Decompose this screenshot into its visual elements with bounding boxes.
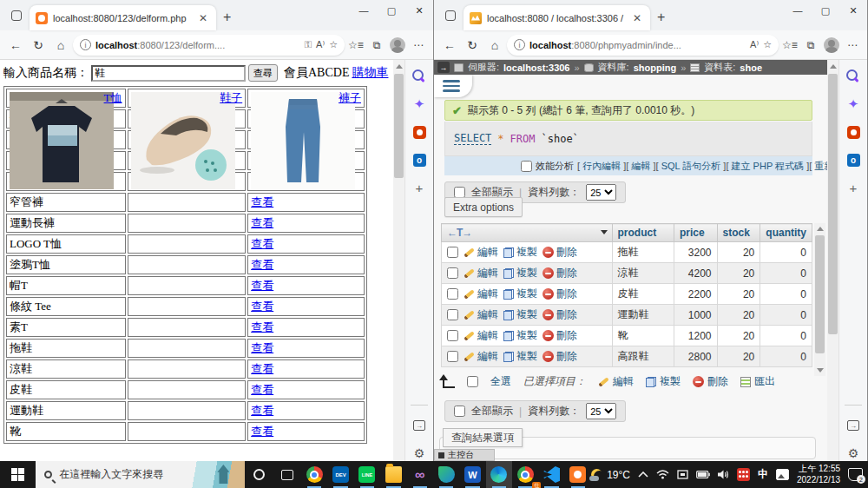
row-delete-link[interactable]: 刪除 [542,266,577,280]
row-delete-link[interactable]: 刪除 [542,307,577,322]
search-icon[interactable] [411,69,427,84]
home-button[interactable]: ⌂ [50,35,71,56]
view-link[interactable]: 查看 [251,195,273,208]
row-checkbox[interactable] [447,288,458,300]
taskbar-dev-app[interactable]: DEV [327,461,353,488]
row-edit-link[interactable]: 編輯 [464,307,498,322]
add-sidebar-icon[interactable]: + [845,180,861,195]
bulk-edit-link[interactable]: 編輯 [598,374,634,389]
more-menu-icon[interactable]: ⋯ [409,36,428,55]
cortana-button[interactable] [245,461,273,488]
profiling-link[interactable]: 重新整理 [809,161,827,171]
row-delete-link[interactable]: 刪除 [542,349,577,364]
view-link[interactable]: 查看 [251,425,273,438]
row-checkbox[interactable] [447,309,458,320]
site-info-icon[interactable]: i [80,39,91,50]
copilot-sparkle-icon[interactable]: ✦ [845,96,861,112]
maximize-button[interactable]: ▢ [378,0,405,21]
taskbar-word[interactable]: W [459,461,485,488]
row-checkbox[interactable] [447,267,458,279]
view-link[interactable]: 查看 [251,341,273,354]
notification-center-icon[interactable]: 2 [848,468,863,481]
read-aloud-icon[interactable]: A⁾ [316,39,325,50]
breadcrumb-table[interactable]: shoe [740,63,762,73]
search-icon[interactable] [845,69,861,84]
breadcrumb-server[interactable]: localhost:3306 [503,63,569,73]
row-copy-link[interactable]: 複製 [503,245,537,260]
view-link[interactable]: 查看 [251,362,273,375]
weather-widget[interactable]: 19°C [591,469,630,481]
row-copy-link[interactable]: 複製 [503,287,537,301]
rows-count-select[interactable]: 25 [586,403,616,419]
profiling-link[interactable]: 編輯 [626,161,655,171]
taskbar-file-explorer[interactable] [380,461,406,488]
view-link[interactable]: 查看 [251,237,273,250]
add-sidebar-icon[interactable]: + [411,180,427,195]
close-button[interactable]: ✕ [405,0,433,21]
col-header-quantity[interactable]: quantity [760,224,812,242]
settings-gear-icon[interactable]: ⚙ [411,445,427,461]
row-delete-link[interactable]: 刪除 [542,328,577,343]
tab-close-icon[interactable]: ✕ [630,12,644,24]
volume-icon[interactable] [718,470,729,479]
taskbar-chrome[interactable] [301,461,327,488]
collections-icon[interactable]: ⧉ [367,36,386,55]
rows-count-select[interactable]: 25 [586,184,616,201]
close-button[interactable]: ✕ [839,0,867,21]
extra-options-button[interactable]: Extra options [444,197,523,217]
read-aloud-icon[interactable]: A⁾ [750,39,759,50]
sort-control[interactable]: ←T→ [447,227,471,239]
row-copy-link[interactable]: 複製 [503,349,537,364]
view-link[interactable]: 查看 [251,258,273,271]
more-menu-icon[interactable]: ⋯ [843,36,862,55]
search-highlight-art[interactable] [191,461,245,488]
photos-tray-icon[interactable] [776,469,789,480]
copilot-sparkle-icon[interactable]: ✦ [411,96,427,112]
shoe-link[interactable]: 鞋子 [220,91,242,104]
scroll-thumb[interactable] [828,74,838,334]
scroll-thumb[interactable] [394,74,404,178]
bulk-copy-link[interactable]: 複製 [646,374,681,389]
favorites-bar-icon[interactable]: ☆≡ [780,36,799,55]
refresh-button[interactable]: ↻ [28,35,49,56]
scroll-up-icon[interactable] [396,64,403,69]
col-header-price[interactable]: price [674,224,717,242]
view-link[interactable]: 查看 [251,300,273,313]
site-info-icon[interactable]: i [514,39,525,50]
minimize-button[interactable]: — [350,0,378,21]
profiling-link[interactable]: SQL 語句分析 [656,161,727,171]
check-all-checkbox[interactable] [467,376,478,387]
open-panel-icon[interactable]: → [411,418,427,433]
taskbar-line[interactable]: LINE [354,461,380,488]
scroll-up-icon[interactable] [817,227,824,231]
password-icon[interactable]: ⚿ [305,39,312,50]
check-all-link[interactable]: 全選 [490,374,511,389]
office-icon[interactable] [411,124,427,140]
taskbar-search[interactable]: 在這裡輸入文字來搜尋 [36,461,245,488]
right-browser-tab[interactable]: localhost:8080 / localhost:3306 / ✕ [464,5,650,30]
left-page-scrollbar[interactable] [393,60,404,461]
taskbar-leaf-app[interactable] [433,461,459,488]
profiling-checkbox[interactable] [521,161,532,172]
row-checkbox[interactable] [447,247,458,258]
favorite-star-icon[interactable]: ☆ [763,39,772,50]
right-page-scrollbar[interactable] [827,60,838,461]
taskbar-vscode[interactable] [538,461,564,488]
wifi-icon[interactable] [656,470,669,479]
taskbar-clock[interactable]: 上午 12:55 2022/12/13 [797,464,840,485]
tab-actions-icon[interactable] [5,4,28,27]
refresh-button[interactable]: ↻ [462,35,483,56]
product-search-input[interactable] [91,65,246,82]
collections-icon[interactable]: ⧉ [801,36,820,55]
query-results-options[interactable]: 查詢結果選項 [443,428,523,447]
settings-gear-icon[interactable]: ⚙ [845,445,861,461]
tray-expand-chevron-icon[interactable] [638,472,648,478]
scroll-down-icon[interactable] [817,368,824,373]
messaging-app-icon[interactable] [737,468,750,481]
menu-hamburger-icon[interactable] [434,75,472,97]
row-edit-link[interactable]: 編輯 [464,266,498,280]
view-link[interactable]: 查看 [251,320,273,333]
right-address-bar[interactable]: i localhost:8080/phpmyadmin/inde... A⁾ ☆ [507,35,779,56]
open-panel-icon[interactable]: → [845,418,861,433]
profile-avatar[interactable] [388,36,407,55]
